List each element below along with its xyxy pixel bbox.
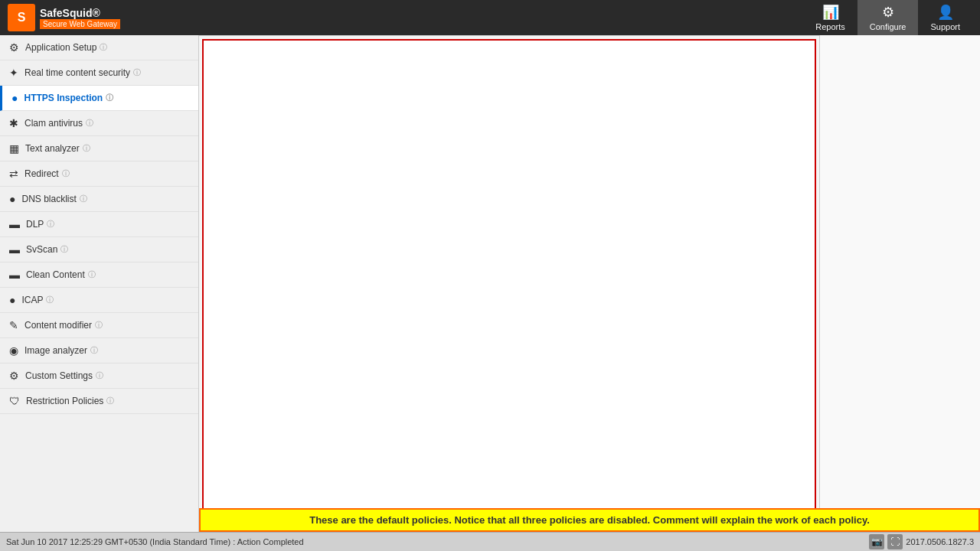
logo-area: S SafeSquid® Secure Web Gateway: [8, 4, 120, 31]
help-icon-application-setup: ⓘ: [100, 42, 107, 53]
sidebar-item-image-analyzer[interactable]: ◉ Image analyzer ⓘ: [0, 338, 198, 364]
reports-icon: 📊: [822, 4, 839, 21]
fullscreen-icon[interactable]: ⛶: [887, 534, 903, 549]
help-icon-dns-blacklist: ⓘ: [80, 194, 87, 204]
help-icon-redirect: ⓘ: [62, 168, 70, 179]
content-area: [199, 35, 819, 532]
sidebar-label-clean-content: Clean Content: [26, 269, 85, 280]
sidebar-icon-clam-antivirus: ✱: [9, 117, 18, 129]
sidebar-item-https-inspection[interactable]: ● HTTPS Inspection ⓘ: [0, 86, 198, 111]
support-icon: 👤: [937, 4, 954, 21]
sidebar-item-redirect[interactable]: ⇄ Redirect ⓘ: [0, 161, 198, 187]
sidebar-icon-custom-settings: ⚙: [9, 370, 19, 382]
sidebar-item-custom-settings[interactable]: ⚙ Custom Settings ⓘ: [0, 364, 198, 389]
sidebar-icon-real-time: ✦: [9, 67, 18, 79]
sidebar-item-restriction-policies[interactable]: 🛡 Restriction Policies ⓘ: [0, 389, 198, 414]
header: S SafeSquid® Secure Web Gateway 📊 Report…: [0, 0, 980, 35]
status-text: Sat Jun 10 2017 12:25:29 GMT+0530 (India…: [6, 537, 304, 546]
sidebar-label-content-modifier: Content modifier: [24, 320, 92, 331]
sidebar-icon-https-inspection: ●: [11, 92, 18, 104]
sidebar-item-clam-antivirus[interactable]: ✱ Clam antivirus ⓘ: [0, 111, 198, 136]
sidebar: ⚙ Application Setup ⓘ✦ Real time content…: [0, 35, 199, 532]
logo-text: SafeSquid® Secure Web Gateway: [40, 7, 120, 29]
policy-table: [202, 39, 816, 529]
sidebar-icon-dns-blacklist: ●: [9, 193, 15, 205]
help-icon-content-modifier: ⓘ: [95, 320, 103, 331]
sidebar-item-text-analyzer[interactable]: ▦ Text analyzer ⓘ: [0, 136, 198, 161]
sidebar-item-dlp[interactable]: ▬ DLP ⓘ: [0, 212, 198, 237]
screenshot-icon[interactable]: 📷: [869, 534, 884, 549]
sidebar-icon-dlp: ▬: [9, 218, 20, 230]
sidebar-label-clam-antivirus: Clam antivirus: [24, 118, 83, 129]
configure-icon: ⚙: [882, 4, 894, 21]
logo-name: SafeSquid®: [40, 7, 120, 19]
sidebar-icon-redirect: ⇄: [9, 168, 18, 180]
notice-bar: These are the default policies. Notice t…: [199, 508, 980, 532]
sidebar-label-https-inspection: HTTPS Inspection: [24, 93, 103, 103]
main-content: [199, 35, 980, 532]
sidebar-icon-restriction-policies: 🛡: [9, 395, 20, 407]
logo-icon: S: [8, 4, 35, 31]
sidebar-label-dlp: DLP: [26, 219, 44, 230]
sidebar-label-restriction-policies: Restriction Policies: [26, 396, 103, 406]
status-bar: Sat Jun 10 2017 12:25:29 GMT+0530 (India…: [0, 532, 980, 551]
help-icon-svscan: ⓘ: [60, 244, 68, 255]
version-text: 2017.0506.1827.3: [906, 537, 974, 546]
sidebar-item-application-setup[interactable]: ⚙ Application Setup ⓘ: [0, 35, 198, 60]
sidebar-icon-image-analyzer: ◉: [9, 344, 18, 357]
help-icon-clean-content: ⓘ: [88, 269, 96, 280]
sidebar-label-application-setup: Application Setup: [25, 42, 96, 53]
sidebar-item-content-modifier[interactable]: ✎ Content modifier ⓘ: [0, 313, 198, 338]
sidebar-label-text-analyzer: Text analyzer: [25, 143, 80, 154]
sidebar-icon-clean-content: ▬: [9, 269, 20, 281]
sidebar-icon-icap: ●: [9, 294, 15, 306]
sidebar-icon-content-modifier: ✎: [9, 319, 18, 331]
sidebar-icon-application-setup: ⚙: [9, 41, 19, 54]
sidebar-label-redirect: Redirect: [24, 168, 59, 179]
help-icon-clam-antivirus: ⓘ: [86, 118, 93, 129]
sidebar-item-svscan[interactable]: ▬ SvScan ⓘ: [0, 237, 198, 262]
sidebar-label-dns-blacklist: DNS blacklist: [21, 194, 76, 204]
sidebar-item-clean-content[interactable]: ▬ Clean Content ⓘ: [0, 262, 198, 288]
reports-button[interactable]: 📊 Reports: [803, 0, 858, 35]
help-icon-dlp: ⓘ: [47, 219, 54, 230]
sidebar-item-icap[interactable]: ● ICAP ⓘ: [0, 288, 198, 313]
sidebar-label-svscan: SvScan: [26, 244, 57, 255]
help-icon-real-time: ⓘ: [133, 67, 141, 78]
sidebar-label-icap: ICAP: [21, 295, 43, 305]
tabs-bar: [199, 35, 819, 36]
right-panel: [819, 35, 980, 532]
sidebar-label-image-analyzer: Image analyzer: [24, 345, 87, 356]
notice-text: These are the default policies. Notice t…: [309, 514, 870, 526]
help-icon-text-analyzer: ⓘ: [83, 143, 90, 154]
help-icon-restriction-policies: ⓘ: [106, 396, 114, 406]
support-button[interactable]: 👤 Support: [918, 0, 972, 35]
logo-sub: Secure Web Gateway: [40, 19, 120, 29]
sidebar-icon-svscan: ▬: [9, 243, 20, 256]
sidebar-label-custom-settings: Custom Settings: [25, 370, 93, 381]
sidebar-item-dns-blacklist[interactable]: ● DNS blacklist ⓘ: [0, 187, 198, 212]
help-icon-https-inspection: ⓘ: [106, 93, 113, 103]
help-icon-image-analyzer: ⓘ: [90, 345, 98, 356]
sidebar-label-real-time: Real time content security: [24, 67, 130, 78]
sidebar-icon-text-analyzer: ▦: [9, 142, 19, 155]
sidebar-item-real-time[interactable]: ✦ Real time content security ⓘ: [0, 60, 198, 86]
help-icon-icap: ⓘ: [46, 295, 54, 305]
help-icon-custom-settings: ⓘ: [96, 370, 103, 381]
statusbar-right: 📷 ⛶ 2017.0506.1827.3: [869, 534, 974, 549]
configure-button[interactable]: ⚙ Configure: [858, 0, 919, 35]
